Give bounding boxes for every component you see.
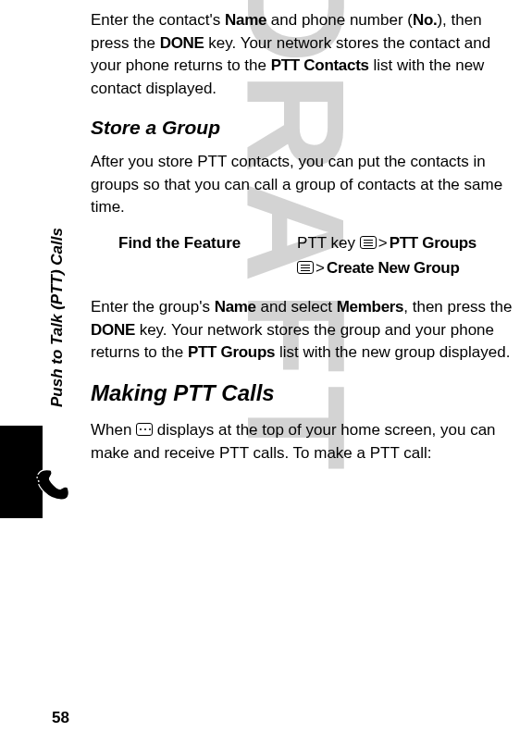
bold-name: Name [215, 298, 256, 316]
text: and select [256, 298, 337, 316]
find-feature-label: Find the Feature [118, 232, 297, 281]
side-section-label: Push to Talk (PTT) Calls [46, 228, 69, 407]
heading-store-group: Store a Group [91, 114, 515, 142]
find-feature-path: PTT key >PTT Groups >Create New Group [297, 232, 515, 281]
store-group-paragraph: After you store PTT contacts, you can pu… [91, 151, 515, 219]
text: and phone number ( [266, 11, 413, 29]
text: PTT key [297, 234, 360, 252]
bold-ptt-groups: PTT Groups [188, 343, 275, 361]
text: list with the new group displayed. [275, 343, 510, 361]
menu-key-icon [297, 261, 314, 274]
bold-ptt-groups: PTT Groups [390, 234, 476, 252]
text: , then press the [403, 298, 512, 316]
bold-done: DONE [91, 321, 135, 339]
menu-key-icon [360, 236, 377, 249]
bold-create-new-group: Create New Group [327, 259, 460, 277]
bold-no: No. [413, 11, 437, 29]
chevron-right-icon: > [378, 234, 388, 252]
bold-name: Name [225, 11, 266, 29]
making-calls-paragraph: When displays at the top of your home sc… [91, 419, 515, 465]
enter-group-paragraph: Enter the group's Name and select Member… [91, 296, 515, 365]
page-number: 58 [52, 707, 69, 730]
find-feature-block: Find the Feature PTT key >PTT Groups >Cr… [118, 232, 515, 281]
bold-done: DONE [160, 34, 204, 52]
text: Enter the contact's [91, 11, 225, 29]
text: When [91, 421, 136, 439]
bold-members: Members [337, 298, 404, 316]
phone-icon [33, 463, 74, 511]
text: Enter the group's [91, 298, 215, 316]
bold-ptt-contacts: PTT Contacts [271, 56, 369, 74]
ptt-indicator-icon [136, 423, 153, 436]
heading-making-ptt-calls: Making PTT Calls [91, 378, 515, 410]
intro-paragraph: Enter the contact's Name and phone numbe… [91, 9, 515, 101]
page-content: Enter the contact's Name and phone numbe… [0, 0, 532, 487]
chevron-right-icon: > [315, 259, 325, 277]
